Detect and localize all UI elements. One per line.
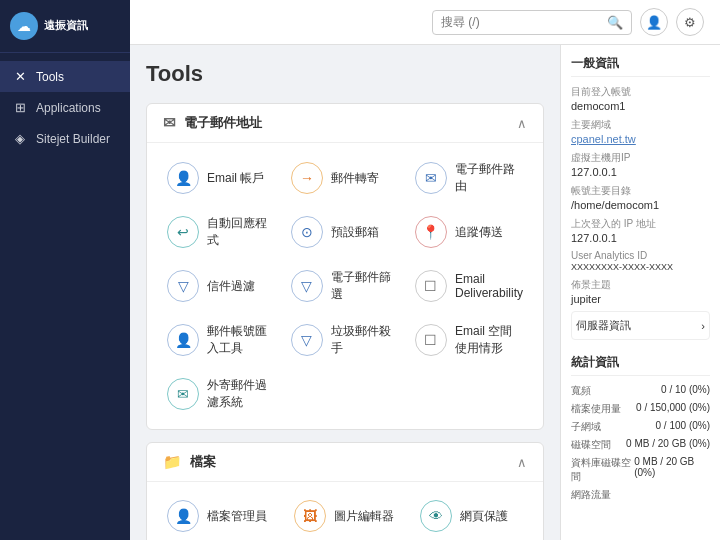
email-filter-icon: ▽ xyxy=(291,270,323,302)
tool-location[interactable]: 📍 追蹤傳送 xyxy=(403,205,535,259)
logo-text: 遠振資訊 xyxy=(44,19,88,32)
stats-section: 統計資訊 寬頻 0 / 10 (0%) 檔案使用量 0 / 150,000 (0… xyxy=(571,354,710,502)
content-area: Tools ✉ 電子郵件地址 ∧ 👤 Email 帳戶 → xyxy=(130,45,720,540)
stat-bandwidth: 寬頻 0 / 10 (0%) xyxy=(571,384,710,398)
main-content: Tools ✉ 電子郵件地址 ∧ 👤 Email 帳戶 → xyxy=(130,45,560,540)
server-info-more[interactable]: 伺服器資訊 › xyxy=(571,311,710,340)
tool-autoresponder[interactable]: ↩ 自動回應程式 xyxy=(155,205,279,259)
tool-email-filter[interactable]: ▽ 電子郵件篩選 xyxy=(279,259,403,313)
section-files-header[interactable]: 📁 檔案 ∧ xyxy=(147,443,543,482)
stat-disk: 磁碟空間 0 MB / 20 GB (0%) xyxy=(571,438,710,452)
page-title: Tools xyxy=(146,61,544,87)
last-ip-value: 127.0.0.1 xyxy=(571,232,710,244)
sidebar-item-label: Sitejet Builder xyxy=(36,132,110,146)
email-accounts-icon: 👤 xyxy=(167,162,199,194)
stat-subdomains-value: 0 / 100 (0%) xyxy=(656,420,710,434)
tool-image-editor[interactable]: 🖼 圖片編輯器 xyxy=(282,490,409,540)
sidebar-item-tools[interactable]: ✕ Tools xyxy=(0,61,130,92)
section-email-title: 電子郵件地址 xyxy=(184,114,262,132)
user-menu-button[interactable]: ⚙ xyxy=(676,8,704,36)
stat-files-value: 0 / 150,000 (0%) xyxy=(636,402,710,416)
search-icon: 🔍 xyxy=(607,15,623,30)
tool-external-filter[interactable]: ✉ 外寄郵件過濾系統 xyxy=(155,367,279,421)
ip-row: 虛擬主機用IP 127.0.0.1 xyxy=(571,151,710,178)
spam-filter-icon: ▽ xyxy=(167,270,199,302)
privacy-icon: 👁 xyxy=(420,500,452,532)
domain-row: 主要網域 cpanel.net.tw xyxy=(571,118,710,145)
section-files-toggle[interactable]: ∧ xyxy=(517,455,527,470)
disk-usage-email-icon: ☐ xyxy=(415,324,447,356)
general-info-section: 一般資訊 目前登入帳號 democom1 主要網域 cpanel.net.tw … xyxy=(571,55,710,340)
tool-spam-assassin[interactable]: ▽ 垃圾郵件殺手 xyxy=(279,313,403,367)
sidebar-item-sitejet[interactable]: ◈ Sitejet Builder xyxy=(0,123,130,154)
last-ip-row: 上次登入的 IP 地址 127.0.0.1 xyxy=(571,217,710,244)
stat-bandwidth-value: 0 / 10 (0%) xyxy=(661,384,710,398)
file-manager-icon: 👤 xyxy=(167,500,199,532)
username-value: democom1 xyxy=(571,100,710,112)
homedir-label: 帳號主要目錄 xyxy=(571,184,710,198)
stat-disk-label: 磁碟空間 xyxy=(571,438,611,452)
autoresponder-icon: ↩ xyxy=(167,216,199,248)
import-icon: 👤 xyxy=(167,324,199,356)
logo-icon: ☁ xyxy=(10,12,38,40)
analytics-label: User Analytics ID xyxy=(571,250,710,261)
section-email-grid: 👤 Email 帳戶 → 郵件轉寄 ✉ 電子郵件路由 ↩ 自動回應程式 xyxy=(147,143,543,429)
domain-value[interactable]: cpanel.net.tw xyxy=(571,133,710,145)
email-section-icon: ✉ xyxy=(163,114,176,132)
main-wrapper: 🔍 👤 ⚙ Tools ✉ 電子郵件地址 ∧ 👤 xyxy=(130,0,720,540)
tool-email-delivery[interactable]: ✉ 電子郵件路由 xyxy=(403,151,535,205)
stat-bandwidth-label: 寬頻 xyxy=(571,384,591,398)
ip-label: 虛擬主機用IP xyxy=(571,151,710,165)
tool-disk-usage-email[interactable]: ☐ Email 空間使用情形 xyxy=(403,313,535,367)
tool-spam-filter[interactable]: ▽ 信件過濾 xyxy=(155,259,279,313)
section-files: 📁 檔案 ∧ 👤 檔案管理員 🖼 圖片編輯器 👁 xyxy=(146,442,544,540)
right-panel: 一般資訊 目前登入帳號 democom1 主要網域 cpanel.net.tw … xyxy=(560,45,720,540)
theme-row: 佈景主題 jupiter xyxy=(571,278,710,305)
tool-file-manager[interactable]: 👤 檔案管理員 xyxy=(155,490,282,540)
search-bar[interactable]: 🔍 xyxy=(432,10,632,35)
stat-network-label: 網路流量 xyxy=(571,488,611,502)
sidebar-nav: ✕ Tools ⊞ Applications ◈ Sitejet Builder xyxy=(0,61,130,154)
image-editor-icon: 🖼 xyxy=(294,500,326,532)
section-email-header[interactable]: ✉ 電子郵件地址 ∧ xyxy=(147,104,543,143)
stat-subdomains: 子網域 0 / 100 (0%) xyxy=(571,420,710,434)
header: 🔍 👤 ⚙ xyxy=(130,0,720,45)
search-input[interactable] xyxy=(441,15,607,29)
tools-icon: ✕ xyxy=(12,69,28,84)
section-email-toggle[interactable]: ∧ xyxy=(517,116,527,131)
sidebar-item-applications[interactable]: ⊞ Applications xyxy=(0,92,130,123)
sitejet-icon: ◈ xyxy=(12,131,28,146)
section-files-grid: 👤 檔案管理員 🖼 圖片編輯器 👁 網頁保護 ☐ 磁碟空間 xyxy=(147,482,543,540)
applications-icon: ⊞ xyxy=(12,100,28,115)
sidebar-item-label: Applications xyxy=(36,101,101,115)
tool-email-accounts[interactable]: 👤 Email 帳戶 xyxy=(155,151,279,205)
domain-label: 主要網域 xyxy=(571,118,710,132)
stat-db-disk-value: 0 MB / 20 GB (0%) xyxy=(634,456,710,484)
notifications-button[interactable]: 👤 xyxy=(640,8,668,36)
location-icon: 📍 xyxy=(415,216,447,248)
files-section-icon: 📁 xyxy=(163,453,182,471)
server-info-label: 伺服器資訊 xyxy=(576,318,631,333)
email-routing-icon: → xyxy=(291,162,323,194)
theme-label: 佈景主題 xyxy=(571,278,710,292)
analytics-row: User Analytics ID XXXXXXXX-XXXX-XXXX xyxy=(571,250,710,272)
theme-value: jupiter xyxy=(571,293,710,305)
logo: ☁ 遠振資訊 xyxy=(0,0,130,53)
username-row: 目前登入帳號 democom1 xyxy=(571,85,710,112)
stat-network: 網路流量 xyxy=(571,488,710,502)
deliverability-icon: ☐ xyxy=(415,270,447,302)
tool-privacy[interactable]: 👁 網頁保護 xyxy=(408,490,535,540)
analytics-value: XXXXXXXX-XXXX-XXXX xyxy=(571,262,710,272)
tool-forwarders[interactable]: ⊙ 預設郵箱 xyxy=(279,205,403,259)
username-label: 目前登入帳號 xyxy=(571,85,710,99)
sidebar-item-label: Tools xyxy=(36,70,64,84)
stat-db-disk: 資料庫磁碟空間 0 MB / 20 GB (0%) xyxy=(571,456,710,484)
ip-value: 127.0.0.1 xyxy=(571,166,710,178)
tool-deliverability[interactable]: ☐ Email Deliverability xyxy=(403,259,535,313)
tool-import[interactable]: 👤 郵件帳號匯入工具 xyxy=(155,313,279,367)
homedir-row: 帳號主要目錄 /home/democom1 xyxy=(571,184,710,211)
tool-email-routing[interactable]: → 郵件轉寄 xyxy=(279,151,403,205)
forwarders-icon: ⊙ xyxy=(291,216,323,248)
last-ip-label: 上次登入的 IP 地址 xyxy=(571,217,710,231)
stat-files: 檔案使用量 0 / 150,000 (0%) xyxy=(571,402,710,416)
